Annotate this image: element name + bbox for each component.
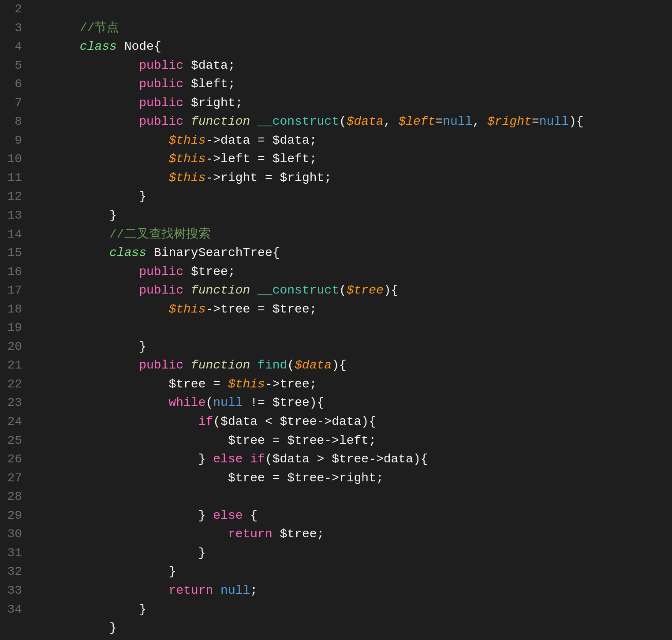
line-num-9: 9 xyxy=(0,131,22,150)
line-num-26: 26 xyxy=(0,450,22,469)
keyword-class-2: class xyxy=(80,246,154,260)
code-lines: //节点 class Node{ public $data; public $l… xyxy=(31,0,672,619)
this-1: $this xyxy=(80,134,206,147)
kw-public-5: public xyxy=(80,265,191,279)
paren-close-2: ){ xyxy=(384,283,399,297)
brace-close-7: } xyxy=(80,621,117,635)
this-3: $this xyxy=(80,171,206,185)
brace-close-2: } xyxy=(80,208,117,222)
line-num-18: 18 xyxy=(0,300,22,319)
while-cond: != $tree){ xyxy=(243,396,325,409)
param-left-1: $left xyxy=(398,115,435,128)
line-num-11: 11 xyxy=(0,169,22,188)
kw-else-2: else xyxy=(213,509,250,522)
brace-else-1: } xyxy=(80,452,213,466)
null-4: null xyxy=(220,584,250,597)
line-num-32: 32 xyxy=(0,562,22,581)
brace-close-5: } xyxy=(80,565,176,578)
line-num-15: 15 xyxy=(0,244,22,263)
line-num-8: 8 xyxy=(0,112,22,131)
func-construct-2: __construct xyxy=(258,283,339,297)
func-construct-1: __construct xyxy=(258,115,339,128)
line-num-30: 30 xyxy=(0,525,22,544)
param-data-2: $data xyxy=(295,358,332,372)
line-num-13: 13 xyxy=(0,206,22,225)
return-tree: $tree; xyxy=(280,527,325,541)
line-num-19: 19 xyxy=(0,319,22,338)
tree-right-assign: $tree = $tree->right; xyxy=(80,471,384,485)
kw-public-4: public xyxy=(80,115,191,128)
if-cond-1: ($data < $tree->data){ xyxy=(213,415,376,428)
class-name-node: Node xyxy=(124,40,154,53)
paren-3: ( xyxy=(287,358,295,372)
line-num-10: 10 xyxy=(0,150,22,169)
brace-close-4: } xyxy=(80,546,206,560)
kw-public-2: public xyxy=(80,77,191,91)
var-left: $left; xyxy=(191,77,235,91)
this-2: $this xyxy=(80,152,206,166)
line-num-28: 28 xyxy=(0,487,22,506)
kw-if-1: if xyxy=(80,415,213,428)
brace-close-3: } xyxy=(80,340,146,353)
var-right: $right; xyxy=(191,96,243,110)
param-data-1: $data xyxy=(347,115,384,128)
comma-2: , xyxy=(472,115,487,128)
eq-2: = xyxy=(532,115,539,128)
line-num-17: 17 xyxy=(0,281,22,300)
this-4: $this xyxy=(80,302,206,316)
var-tree-2: $tree = xyxy=(80,377,228,391)
line-num-31: 31 xyxy=(0,544,22,563)
brace-open-1: { xyxy=(154,40,161,53)
paren-while: ( xyxy=(205,396,213,409)
line-num-14: 14 xyxy=(0,225,22,244)
paren-1: ( xyxy=(339,115,347,128)
eq-1: = xyxy=(435,115,443,128)
comma-1: , xyxy=(384,115,399,128)
arrow-1: ->data = $data; xyxy=(205,134,317,147)
arrow-2: ->left = $left; xyxy=(205,152,317,166)
line-numbers: 2 3 4 5 6 7 8 9 10 11 12 13 14 15 16 17 … xyxy=(0,0,31,619)
brace-open-2: { xyxy=(273,246,280,260)
brace-open-else: { xyxy=(250,509,258,522)
line-num-22: 22 xyxy=(0,375,22,394)
line-num-27: 27 xyxy=(0,469,22,488)
arrow-4: ->tree = $tree; xyxy=(205,302,317,316)
line-num-16: 16 xyxy=(0,263,22,282)
code-line-19: } xyxy=(35,319,672,338)
line-num-21: 21 xyxy=(0,356,22,375)
kw-function-1: function xyxy=(191,115,258,128)
kw-public-7: public xyxy=(80,358,191,372)
line-num-33: 33 xyxy=(0,581,22,600)
code-editor: 2 3 4 5 6 7 8 9 10 11 12 13 14 15 16 17 … xyxy=(0,0,672,619)
brace-close-6: } xyxy=(80,603,146,616)
kw-return-2: return xyxy=(80,584,220,597)
keyword-class-1: class xyxy=(80,40,124,53)
var-tree: $tree; xyxy=(191,265,235,279)
param-tree-1: $tree xyxy=(347,283,384,297)
arrow-3: ->right = $right; xyxy=(205,171,332,185)
kw-function-3: function xyxy=(191,358,258,372)
paren-close-3: ){ xyxy=(332,358,347,372)
kw-public-3: public xyxy=(80,96,191,110)
line-num-6: 6 xyxy=(0,75,22,94)
line-num-5: 5 xyxy=(0,56,22,75)
semicolon-2: ; xyxy=(250,584,258,597)
tree-left-assign: $tree = $tree->left; xyxy=(80,434,376,447)
line-num-2: 2 xyxy=(0,0,22,19)
code-line-3: class Node{ xyxy=(35,19,672,38)
class-name-bst: BinarySearchTree xyxy=(154,246,273,260)
null-1: null xyxy=(443,115,472,128)
kw-return-1: return xyxy=(80,527,280,541)
kw-while: while xyxy=(80,396,206,409)
line-num-29: 29 xyxy=(0,506,22,525)
kw-function-2: function xyxy=(191,283,258,297)
else-if-cond: ($data > $tree->data){ xyxy=(265,452,428,466)
kw-public-6: public xyxy=(80,283,191,297)
line-num-24: 24 xyxy=(0,413,22,432)
comment-1: //节点 xyxy=(80,21,119,35)
line-num-25: 25 xyxy=(0,432,22,450)
line-num-23: 23 xyxy=(0,394,22,413)
null-2: null xyxy=(539,115,569,128)
kw-else-if: else if xyxy=(213,452,265,466)
this-5: $this xyxy=(228,377,265,391)
